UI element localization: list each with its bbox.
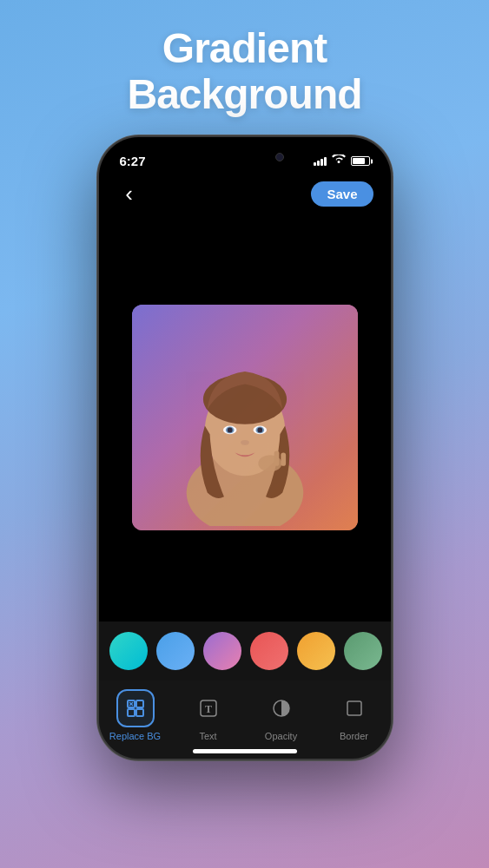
svg-rect-23: [347, 701, 361, 715]
svg-rect-16: [128, 709, 135, 716]
app-title: Gradient Background: [127, 26, 361, 118]
back-icon: ‹: [125, 181, 133, 207]
replace-bg-icon: [125, 698, 146, 719]
swatch-blue[interactable]: [156, 632, 195, 670]
tab-bar: Replace BG T Text Opacity: [99, 681, 391, 759]
swatch-purple-pink[interactable]: [203, 632, 241, 670]
svg-rect-17: [136, 709, 143, 716]
svg-text:T: T: [204, 703, 211, 715]
person-image: [132, 305, 358, 530]
photo-container: [132, 305, 358, 530]
opacity-icon: [271, 698, 292, 719]
svg-point-9: [257, 427, 262, 432]
save-button[interactable]: Save: [311, 181, 373, 207]
swatch-cyan[interactable]: [109, 632, 148, 670]
text-icon-wrap: T: [189, 689, 228, 727]
swatch-green[interactable]: [344, 632, 382, 670]
opacity-label: Opacity: [265, 731, 297, 741]
home-indicator: [193, 749, 297, 753]
status-icons: [314, 155, 370, 168]
battery-icon: [351, 156, 370, 166]
swatch-orange[interactable]: [297, 632, 335, 670]
replace-bg-label: Replace BG: [109, 731, 161, 741]
color-palette: [99, 621, 391, 681]
signal-bars-icon: [314, 157, 327, 166]
replace-bg-icon-wrap: [116, 689, 155, 727]
camera-dot: [275, 153, 284, 161]
border-icon-wrap: [335, 689, 373, 727]
status-bar: 6:27: [99, 137, 391, 175]
swatch-red[interactable]: [250, 632, 288, 670]
phone-frame: 6:27 ‹ Save: [97, 135, 393, 760]
tab-text[interactable]: T Text: [172, 689, 245, 741]
nav-bar: ‹ Save: [99, 175, 391, 214]
tab-border[interactable]: Border: [318, 689, 391, 741]
svg-rect-13: [281, 452, 286, 465]
title-line2: Background: [127, 71, 361, 117]
tab-opacity[interactable]: Opacity: [245, 689, 318, 741]
opacity-icon-wrap: [262, 689, 301, 727]
text-tab-label: Text: [199, 731, 216, 741]
border-icon: [344, 698, 365, 719]
title-line1: Gradient: [162, 25, 327, 71]
back-button[interactable]: ‹: [116, 181, 142, 207]
border-label: Border: [340, 731, 368, 741]
svg-point-6: [227, 427, 232, 432]
dynamic-island: [197, 144, 293, 170]
svg-rect-12: [274, 450, 279, 465]
tab-replace-bg[interactable]: Replace BG: [99, 689, 172, 741]
svg-point-10: [241, 440, 249, 445]
text-icon: T: [198, 698, 219, 719]
status-time: 6:27: [120, 154, 146, 168]
svg-rect-15: [136, 700, 143, 707]
photo-area: [99, 214, 391, 621]
wifi-icon: [332, 155, 346, 168]
